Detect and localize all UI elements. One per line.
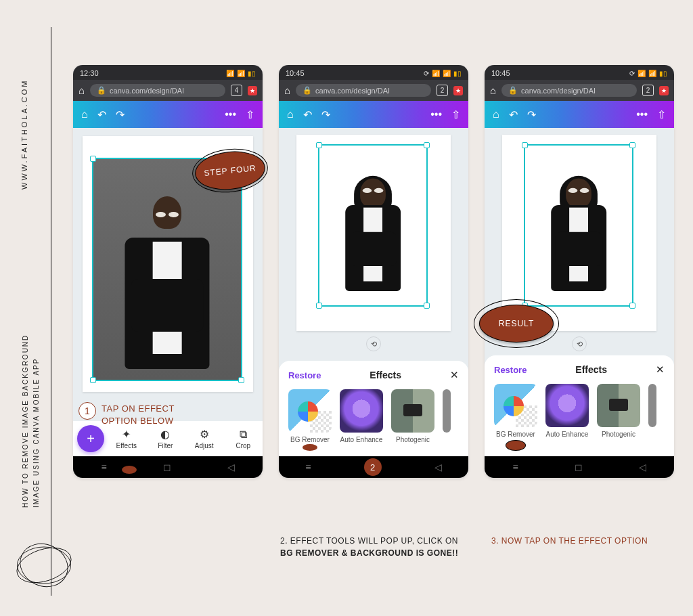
status-icons: ⟳📶📶▮▯ [627, 69, 667, 77]
artboard[interactable] [296, 135, 451, 331]
bookmark-icon[interactable]: ★ [659, 86, 669, 95]
redo-icon[interactable]: ↷ [321, 108, 330, 121]
nav-home-icon[interactable]: ◻ [575, 462, 583, 472]
home-icon[interactable]: ⌂ [284, 85, 290, 96]
android-nav: ≡ 2 ◁ [279, 456, 468, 478]
nav-back-icon[interactable]: ◁ [227, 462, 235, 472]
effects-list: BG Remover Auto Enhance Photogenic [494, 384, 665, 451]
url-text: canva.com/design/DAI [315, 87, 390, 95]
autoenhance-thumb [545, 384, 589, 427]
clock: 10:45 [491, 69, 510, 77]
filter-button[interactable]: ◐ Filter [146, 428, 185, 449]
nav-back-icon[interactable]: ◁ [639, 462, 646, 472]
step-1-badge: 1 [79, 402, 96, 420]
canva-toolbar: ⌂ ↶ ↷ ••• ⇧ [73, 101, 263, 128]
share-icon[interactable]: ⇧ [657, 108, 666, 121]
redo-icon[interactable]: ↷ [527, 108, 536, 121]
restore-button[interactable]: Restore [288, 370, 321, 380]
android-nav: ≡ ◻ ◁ [73, 456, 263, 478]
nav-menu-icon[interactable]: ≡ [512, 462, 518, 472]
effects-highlight-dot [122, 466, 137, 474]
url-text: canva.com/design/DAI [521, 87, 596, 95]
url-text: canva.com/design/DAI [110, 87, 184, 95]
effects-sheet: Restore Effects ✕ BG Remover Auto Enhanc… [485, 355, 674, 456]
bookmark-icon[interactable]: ★ [453, 86, 463, 95]
status-icons: 📶📶▮▯ [223, 69, 256, 77]
effect-photogenic[interactable]: Photogenic [597, 384, 640, 451]
address-bar[interactable]: 🔒 canva.com/design/DAI [296, 84, 431, 97]
filter-icon: ◐ [160, 428, 170, 441]
browser-bar: ⌂ 🔒 canva.com/design/DAI 4 ★ [73, 80, 263, 101]
effect-auto-enhance[interactable]: Auto Enhance [545, 384, 589, 451]
image-selection[interactable] [524, 144, 633, 307]
photogenic-thumb [391, 389, 434, 433]
effects-title: Effects [370, 370, 401, 380]
address-bar[interactable]: 🔒 canva.com/design/DAI [90, 84, 225, 97]
caption-step2: 2. EFFECT TOOLS WILL POP UP, CLICK ON BG… [280, 535, 476, 559]
tab-count[interactable]: 2 [437, 85, 448, 96]
effects-list: BG Remover Auto Enhance Photogenic [288, 389, 459, 451]
nav-menu-icon[interactable]: ≡ [305, 462, 311, 472]
nav-menu-icon[interactable]: ≡ [101, 462, 106, 472]
extra-thumb [648, 384, 656, 427]
crop-button[interactable]: ⧉ Crop [224, 428, 263, 449]
android-nav: ≡ ◻ ◁ [485, 456, 674, 478]
lock-icon: 🔒 [508, 86, 518, 95]
effect-photogenic[interactable]: Photogenic [391, 389, 434, 451]
effect-bg-remover[interactable]: BG Remover [494, 384, 537, 451]
restore-button[interactable]: Restore [494, 365, 527, 375]
rotate-icon[interactable]: ⟲ [366, 336, 381, 351]
share-icon[interactable]: ⇧ [451, 108, 460, 121]
tap-instruction: TAP ON EFFECT OPTION BELOW [102, 403, 175, 427]
status-icons: ⟳📶📶▮▯ [421, 69, 462, 77]
bookmark-icon[interactable]: ★ [248, 86, 257, 95]
adjust-button[interactable]: ⚙ Adjust [185, 428, 224, 449]
side-description: HOW TO REMOVE IMAGE BACKGROUND IMAGE USI… [20, 334, 42, 508]
image-selection[interactable] [318, 144, 428, 307]
highlight-dot [303, 444, 317, 451]
more-icon[interactable]: ••• [636, 108, 648, 121]
svg-point-1 [14, 536, 74, 594]
status-bar: 10:45 ⟳📶📶▮▯ [485, 65, 674, 80]
canva-home-icon[interactable]: ⌂ [81, 108, 88, 121]
rotate-icon[interactable]: ⟲ [572, 336, 587, 351]
close-icon[interactable]: ✕ [656, 364, 665, 376]
undo-icon[interactable]: ↶ [97, 108, 106, 121]
effect-bg-remover[interactable]: BG Remover [288, 389, 332, 451]
more-icon[interactable]: ••• [225, 108, 236, 121]
redo-icon[interactable]: ↷ [116, 108, 125, 121]
effects-button[interactable]: ✦ Effects [107, 428, 146, 449]
close-icon[interactable]: ✕ [450, 369, 459, 381]
address-bar[interactable]: 🔒 canva.com/design/DAI [501, 84, 637, 97]
share-icon[interactable]: ⇧ [246, 108, 254, 121]
svg-point-0 [17, 547, 70, 584]
phone-result: 10:45 ⟳📶📶▮▯ ⌂ 🔒 canva.com/design/DAI 2 ★… [485, 65, 674, 478]
result-callout: RESULT [479, 305, 554, 343]
effects-sheet: Restore Effects ✕ BG Remover Auto Enhanc… [279, 361, 468, 456]
add-button[interactable]: + [77, 425, 104, 452]
undo-icon[interactable]: ↶ [509, 108, 518, 121]
bgremover-thumb [288, 389, 332, 433]
status-bar: 10:45 ⟳📶📶▮▯ [279, 65, 468, 80]
lock-icon: 🔒 [303, 86, 312, 95]
home-icon[interactable]: ⌂ [490, 85, 496, 96]
more-icon[interactable]: ••• [430, 108, 442, 121]
tab-count[interactable]: 4 [231, 85, 242, 96]
divider-line [51, 27, 51, 596]
nav-back-icon[interactable]: ◁ [434, 462, 442, 472]
tab-count[interactable]: 2 [642, 85, 654, 96]
effect-more[interactable] [648, 384, 656, 451]
undo-icon[interactable]: ↶ [303, 108, 312, 121]
selected-photo-nobg [319, 146, 426, 305]
step-2-badge: 2 [364, 458, 382, 476]
canva-home-icon[interactable]: ⌂ [493, 108, 499, 121]
highlight-dot [506, 440, 526, 451]
effect-auto-enhance[interactable]: Auto Enhance [340, 389, 383, 451]
clock: 12:30 [80, 69, 99, 77]
canva-toolbar: ⌂ ↶ ↷ ••• ⇧ [485, 101, 674, 128]
effects-title: Effects [575, 364, 607, 375]
canva-home-icon[interactable]: ⌂ [287, 108, 294, 121]
home-icon[interactable]: ⌂ [79, 85, 85, 96]
effect-more[interactable] [443, 389, 451, 451]
nav-home-icon[interactable]: ◻ [163, 462, 171, 472]
